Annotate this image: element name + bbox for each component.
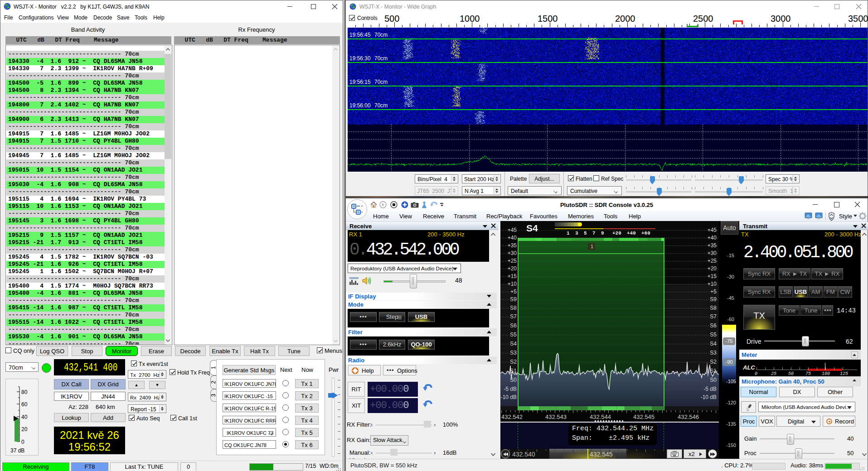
svg-text:40: 40 (21, 414, 28, 420)
svg-text:0: 0 (21, 439, 24, 445)
svg-text:60: 60 (21, 401, 28, 408)
svg-text:80: 80 (21, 389, 28, 395)
svg-text:37 dB: 37 dB (10, 447, 24, 454)
svg-text:20: 20 (21, 426, 28, 433)
